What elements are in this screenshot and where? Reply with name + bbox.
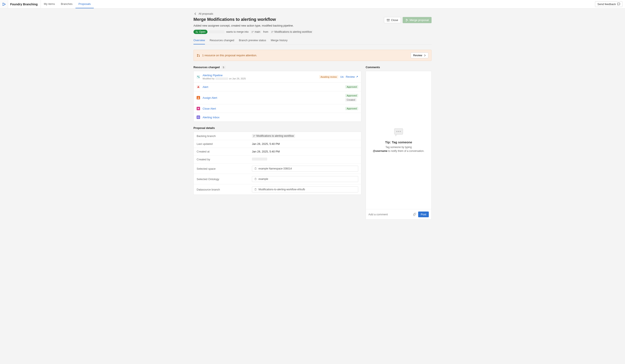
svg-rect-32 <box>255 178 256 178</box>
nav-tab-branches[interactable]: Branches <box>58 0 75 8</box>
last-updated-value: Jan 28, 2025, 5:40 PM <box>252 142 358 145</box>
last-updated-label: Last updated <box>197 142 252 145</box>
merge-text-2: from <box>263 30 268 33</box>
nav-tab-proposals[interactable]: Proposals <box>75 0 94 8</box>
status-badge: Open <box>193 30 208 34</box>
resource-name[interactable]: Alerting Pipeline <box>203 74 316 77</box>
close-label: Close <box>391 19 398 22</box>
status-line: Open wants to merge into main from Modif… <box>193 30 432 34</box>
resource-row[interactable]: Alerting Pipeline Modified by on Jan 28,… <box>194 71 361 83</box>
comments-panel: Tip: Tag someone Tag someone by typing @… <box>366 71 432 220</box>
arrow-right-icon <box>423 54 426 57</box>
svg-point-38 <box>400 131 401 132</box>
created-by-label: Created by <box>197 158 252 161</box>
send-feedback-button[interactable]: Send feedback <box>595 1 623 7</box>
app-title: Foundry Branching <box>8 0 41 8</box>
back-label: All proposals <box>199 12 213 15</box>
resource-row[interactable]: Alert Approved <box>194 83 361 91</box>
app-logo-icon <box>0 0 8 8</box>
svg-point-36 <box>397 131 398 132</box>
created-at-value: Jan 28, 2025, 5:40 PM <box>252 150 358 153</box>
approved-badge: Approved <box>345 85 358 88</box>
close-button[interactable]: Close <box>384 17 401 23</box>
resource-row[interactable]: Alerting Inbox <box>194 113 361 121</box>
nav-tab-my-items[interactable]: My items <box>41 0 58 8</box>
resource-name[interactable]: Alert <box>203 85 343 88</box>
resource-subtext: Modified by on Jan 28, 2025 <box>203 77 316 80</box>
svg-point-0 <box>2 3 3 4</box>
assign-icon <box>197 96 200 99</box>
attachment-icon[interactable] <box>413 213 416 216</box>
post-button[interactable]: Post <box>418 212 429 217</box>
approved-badge: Approved <box>345 107 358 110</box>
svg-point-12 <box>197 32 198 33</box>
resource-review-link[interactable]: Review <box>346 75 358 78</box>
resource-row[interactable]: Close Alert Approved <box>194 104 361 113</box>
subtab-resources-changed[interactable]: Resources changed <box>210 37 234 44</box>
arrow-left-icon <box>194 12 197 15</box>
datasource-branch-label: Datasource branch <box>197 188 252 191</box>
comment-input[interactable] <box>368 213 410 216</box>
svg-point-21 <box>199 56 200 57</box>
branch-icon <box>271 31 274 33</box>
subtab-branch-preview[interactable]: Branch preview status <box>239 37 266 44</box>
subtab-overview[interactable]: Overview <box>193 37 205 44</box>
close-alert-icon <box>197 107 200 110</box>
resource-row[interactable]: Assign Alert Approved Created <box>194 91 361 104</box>
svg-point-37 <box>398 131 399 132</box>
svg-point-19 <box>197 54 198 55</box>
resources-list: Alerting Pipeline Modified by on Jan 28,… <box>193 71 361 122</box>
svg-point-17 <box>272 32 272 33</box>
merge-text-1: wants to merge into <box>226 30 249 33</box>
archive-icon <box>387 19 390 22</box>
merge-icon <box>406 19 408 22</box>
selected-space-label: Selected space <box>197 167 252 170</box>
subtab-merge-history[interactable]: Merge history <box>271 37 288 44</box>
svg-point-16 <box>272 31 272 31</box>
svg-rect-6 <box>388 20 389 21</box>
resource-name[interactable]: Alerting Inbox <box>203 116 356 119</box>
svg-point-24 <box>198 97 199 98</box>
svg-point-26 <box>254 135 254 136</box>
selected-ontology-label: Selected Ontology <box>197 178 252 181</box>
svg-point-8 <box>406 21 407 22</box>
svg-rect-31 <box>255 178 256 180</box>
merge-proposal-button[interactable]: Merge proposal <box>403 17 432 23</box>
created-by-redacted <box>252 158 267 161</box>
selected-ontology-field[interactable]: example <box>252 176 358 182</box>
backing-branch-label: Backing branch <box>197 135 252 138</box>
banner-review-button[interactable]: Review <box>411 53 428 58</box>
pull-request-icon <box>196 30 198 33</box>
svg-point-28 <box>255 135 255 136</box>
datasource-branch-field[interactable]: Modifications-to-alerting-workflow-xKkuf… <box>252 186 358 192</box>
backing-branch-chip[interactable]: Modifications to alerting workflow <box>252 134 295 138</box>
created-at-label: Created at <box>197 150 252 153</box>
feedback-label: Send feedback <box>597 2 616 6</box>
clipboard-icon <box>254 178 257 180</box>
svg-point-27 <box>254 136 254 137</box>
resources-heading: Resources changed 5 <box>193 66 361 69</box>
page-title: Merge Modifications to alerting workflow <box>193 17 276 22</box>
selected-space-field[interactable]: example Namespace-336014 <box>252 166 358 172</box>
back-link[interactable]: All proposals <box>193 12 213 15</box>
svg-rect-3 <box>617 3 620 5</box>
comments-heading: Comments <box>366 66 432 69</box>
author-redacted <box>209 30 224 33</box>
svg-point-14 <box>252 32 252 33</box>
svg-point-13 <box>252 31 252 31</box>
proposal-details-card: Backing branch Modifications to alerting… <box>193 132 361 195</box>
chat-bubble-icon <box>393 128 404 138</box>
svg-rect-25 <box>197 116 199 118</box>
inbox-icon <box>197 115 200 119</box>
svg-rect-34 <box>255 188 256 189</box>
svg-rect-22 <box>197 76 198 77</box>
feedback-icon <box>617 3 620 6</box>
resource-name[interactable]: Assign Alert <box>203 96 343 99</box>
svg-point-1 <box>2 5 3 6</box>
resource-name[interactable]: Close Alert <box>203 107 343 110</box>
source-branch-chip[interactable]: Modifications to alerting workflow <box>270 30 313 34</box>
alert-icon <box>197 85 200 88</box>
target-branch-chip[interactable]: main <box>250 30 261 34</box>
nav-tabs: My items Branches Proposals <box>41 0 94 8</box>
clipboard-icon <box>254 188 257 191</box>
